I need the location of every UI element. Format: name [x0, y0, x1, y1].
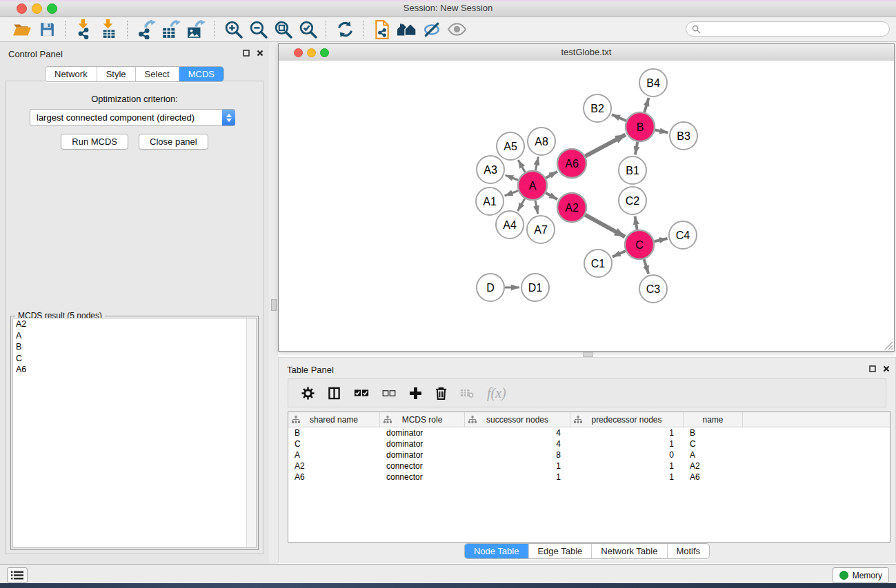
graph-edge-A-A5[interactable] — [518, 160, 525, 172]
show-columns-button[interactable] — [328, 387, 341, 400]
tab-edge-table[interactable]: Edge Table — [528, 544, 591, 558]
tab-motifs[interactable]: Motifs — [666, 544, 709, 558]
result-list-item[interactable]: A2 — [13, 318, 256, 330]
close-panel-icon[interactable] — [257, 50, 263, 57]
table-cell[interactable]: connector — [380, 460, 465, 472]
column-header-predecessor-nodes[interactable]: predecessor nodes — [570, 412, 684, 427]
graph-edge-B-B2[interactable] — [612, 114, 626, 121]
table-cell[interactable]: 1 — [465, 472, 570, 483]
graph-edge-C-C3[interactable] — [644, 259, 649, 274]
graph-edge-A-A6[interactable] — [546, 172, 557, 178]
import-table-button[interactable] — [97, 19, 121, 41]
open-session-button[interactable] — [10, 19, 34, 41]
tab-select[interactable]: Select — [135, 67, 179, 81]
export-image-button[interactable] — [183, 19, 208, 41]
import-network-button[interactable] — [72, 19, 97, 41]
tab-network-table[interactable]: Network Table — [591, 544, 666, 558]
float-table-panel-icon[interactable] — [869, 365, 876, 372]
table-cell[interactable]: 1 — [570, 460, 684, 472]
table-cell[interactable]: A6 — [288, 472, 380, 483]
select-all-button[interactable] — [354, 388, 369, 398]
graph-edge-A-A1[interactable] — [505, 191, 519, 196]
graph-edge-A6-B[interactable] — [585, 134, 625, 156]
column-header-name[interactable]: name — [684, 412, 743, 427]
zoom-fit-button[interactable] — [270, 19, 295, 41]
create-column-button[interactable] — [409, 387, 422, 400]
table-options-button[interactable] — [301, 387, 315, 400]
float-panel-icon[interactable] — [243, 50, 250, 57]
table-cell[interactable]: B — [684, 427, 743, 438]
graph-edge-A2-C[interactable] — [585, 215, 625, 237]
save-session-button[interactable] — [34, 19, 59, 41]
table-cell[interactable]: A — [288, 449, 380, 460]
close-panel-button[interactable]: Close panel — [139, 134, 208, 150]
run-mcds-button[interactable]: Run MCDS — [61, 134, 128, 150]
tab-mcds[interactable]: MCDS — [179, 67, 223, 81]
table-cell[interactable]: 4 — [465, 427, 570, 438]
deselect-all-button[interactable] — [382, 389, 396, 398]
table-row[interactable]: Cdominator41C — [288, 438, 890, 449]
search-input[interactable] — [704, 23, 889, 34]
first-neighbors-button[interactable] — [395, 19, 419, 41]
tab-network[interactable]: Network — [46, 67, 97, 81]
tab-node-table[interactable]: Node Table — [465, 544, 528, 558]
close-table-panel-icon[interactable] — [883, 365, 890, 372]
window-resize-grip[interactable] — [883, 340, 893, 350]
column-header-shared-name[interactable]: shared name — [288, 412, 380, 427]
delete-columns-button[interactable] — [435, 387, 447, 400]
graph-edge-C-C2[interactable] — [635, 216, 637, 230]
table-cell[interactable]: B — [288, 427, 380, 438]
table-row[interactable]: Bdominator41B — [288, 427, 890, 438]
network-canvas[interactable]: AA1A2A3A4A5A6A7A8BB1B2B3B4CC1C2C3C4DD1 — [279, 61, 894, 351]
tab-style[interactable]: Style — [97, 67, 135, 81]
graph-edge-A-A4[interactable] — [518, 199, 525, 211]
graph-edge-C-C4[interactable] — [654, 239, 667, 241]
table-cell[interactable]: 4 — [465, 438, 570, 449]
table-cell[interactable]: connector — [380, 472, 465, 483]
table-cell[interactable]: 8 — [465, 449, 570, 460]
zoom-in-button[interactable] — [221, 19, 246, 41]
table-cell[interactable]: C — [684, 438, 743, 449]
table-row[interactable]: A2connector11A2 — [288, 460, 890, 472]
graph-edge-B-B3[interactable] — [655, 130, 668, 132]
table-cell[interactable]: dominator — [380, 438, 465, 449]
apply-layout-button[interactable] — [332, 19, 357, 41]
vertical-split-grip[interactable] — [271, 299, 277, 311]
export-table-button[interactable] — [159, 19, 183, 41]
table-cell[interactable]: A6 — [684, 472, 743, 483]
result-list-item[interactable]: A — [13, 330, 256, 342]
result-list-scrollbar[interactable] — [246, 318, 256, 547]
table-cell[interactable]: 1 — [570, 472, 684, 483]
show-details-eye-button[interactable] — [444, 19, 469, 41]
table-cell[interactable]: A — [684, 449, 743, 460]
graph-edge-A-A2[interactable] — [546, 193, 557, 199]
horizontal-split-grip[interactable] — [583, 352, 593, 357]
memory-button[interactable]: Memory — [833, 567, 889, 583]
graph-edge-B-B1[interactable] — [635, 142, 637, 155]
graph-edge-A-A7[interactable] — [535, 201, 538, 214]
column-header-MCDS-role[interactable]: MCDS role — [380, 412, 465, 427]
result-list-item[interactable]: C — [13, 353, 256, 365]
result-list-item[interactable]: A6 — [13, 364, 256, 376]
table-cell[interactable]: A2 — [288, 460, 380, 472]
show-panels-menu-button[interactable] — [7, 567, 28, 583]
optimization-criterion-select[interactable]: largest connected component (directed) — [30, 109, 235, 126]
hide-graphics-details-button[interactable] — [419, 19, 444, 41]
table-cell[interactable]: 1 — [465, 460, 570, 472]
graph-edge-B-B4[interactable] — [644, 98, 648, 112]
table-cell[interactable]: dominator — [380, 449, 465, 460]
table-cell[interactable]: dominator — [380, 427, 465, 438]
table-cell[interactable]: A2 — [684, 460, 743, 472]
function-builder-button[interactable]: f(x) — [487, 385, 506, 401]
graph-edge-C-C1[interactable] — [613, 251, 626, 257]
table-cell[interactable]: 1 — [570, 427, 684, 438]
zoom-out-button[interactable] — [246, 19, 270, 41]
graph-edge-A-A3[interactable] — [506, 175, 519, 180]
result-list-item[interactable]: B — [13, 341, 256, 353]
export-network-button[interactable] — [134, 19, 159, 41]
column-header-successor-nodes[interactable]: successor nodes — [465, 412, 570, 427]
table-row[interactable]: Adominator80A — [288, 449, 890, 460]
search-field[interactable] — [686, 21, 890, 37]
graph-edge-A-A8[interactable] — [535, 157, 538, 171]
zoom-selected-button[interactable] — [295, 19, 320, 41]
